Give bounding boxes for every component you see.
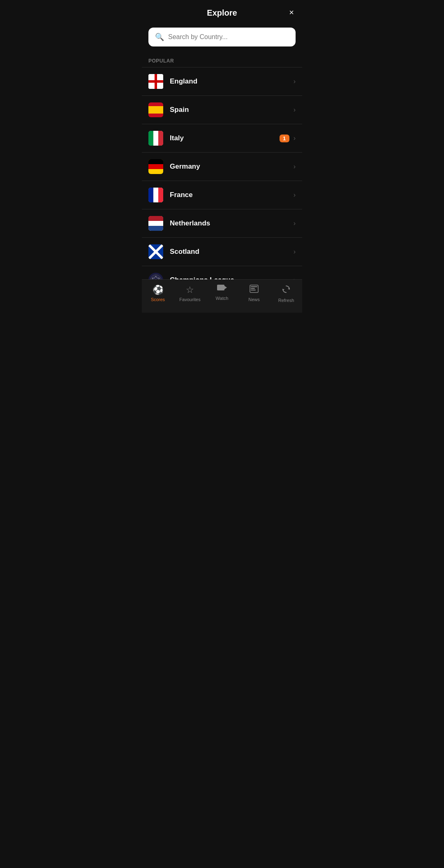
nav-label-refresh: Refresh — [278, 298, 294, 303]
svg-marker-47 — [224, 286, 227, 289]
nav-item-scores[interactable]: ⚽ Scores — [142, 283, 174, 304]
nav-label-scores: Scores — [151, 297, 165, 302]
nav-label-watch: Watch — [216, 296, 229, 301]
list-item[interactable]: France › — [142, 181, 302, 209]
nav-label-favourites: Favourites — [179, 297, 200, 302]
chevron-icon: › — [294, 220, 296, 227]
chevron-icon: › — [294, 163, 296, 170]
icon-champions-league — [148, 273, 163, 279]
svg-marker-52 — [288, 288, 289, 289]
chevron-icon: › — [294, 135, 296, 142]
search-box[interactable]: 🔍 — [148, 28, 296, 46]
flag-england — [148, 74, 163, 89]
svg-rect-51 — [251, 290, 256, 290]
svg-rect-46 — [217, 285, 224, 290]
nav-item-watch[interactable]: Watch — [206, 283, 238, 304]
flag-germany — [148, 159, 163, 174]
svg-rect-12 — [148, 159, 163, 164]
svg-rect-4 — [148, 106, 163, 114]
section-popular-label: POPULAR — [142, 53, 302, 67]
svg-rect-8 — [148, 131, 153, 146]
flag-netherlands — [148, 216, 163, 231]
watch-icon — [217, 285, 227, 294]
scores-icon: ⚽ — [153, 285, 164, 295]
nav-item-news[interactable]: News — [238, 283, 270, 304]
nav-label-news: News — [248, 297, 260, 302]
svg-rect-13 — [148, 164, 163, 169]
chevron-icon: › — [294, 248, 296, 255]
list-item[interactable]: Scotland › — [142, 237, 302, 266]
chevron-icon: › — [294, 276, 296, 279]
chevron-icon: › — [294, 78, 296, 85]
news-icon — [250, 285, 259, 295]
list-item[interactable]: England › — [142, 67, 302, 95]
item-label-england: England — [170, 77, 294, 86]
item-label-champions-league: Champions League — [170, 276, 294, 279]
list-item[interactable]: Germany › — [142, 152, 302, 181]
page-title: Explore — [207, 8, 237, 18]
list-item[interactable]: Italy 1 › — [142, 124, 302, 152]
refresh-icon — [282, 285, 291, 296]
search-container: 🔍 — [142, 24, 302, 53]
flag-france — [148, 188, 163, 202]
nav-item-favourites[interactable]: ☆ Favourites — [174, 283, 206, 304]
svg-rect-20 — [148, 216, 163, 221]
svg-rect-17 — [158, 188, 163, 202]
item-label-spain: Spain — [170, 106, 294, 114]
item-label-italy: Italy — [170, 134, 280, 142]
item-label-germany: Germany — [170, 162, 294, 171]
close-button[interactable]: × — [289, 7, 294, 17]
item-label-netherlands: Netherlands — [170, 219, 294, 227]
search-icon: 🔍 — [155, 32, 164, 42]
favourites-icon: ☆ — [186, 285, 194, 295]
svg-rect-16 — [148, 188, 153, 202]
svg-rect-9 — [158, 131, 163, 146]
flag-spain — [148, 102, 163, 117]
svg-rect-50 — [251, 288, 255, 289]
svg-marker-53 — [283, 289, 284, 291]
svg-point-27 — [155, 279, 157, 279]
flag-italy — [148, 131, 163, 146]
svg-rect-49 — [251, 286, 257, 287]
country-list: England › Spain › — [142, 67, 302, 279]
nav-item-refresh[interactable]: Refresh — [270, 283, 302, 304]
chevron-icon: › — [294, 106, 296, 114]
svg-rect-21 — [148, 226, 163, 231]
item-label-france: France — [170, 191, 294, 199]
list-item[interactable]: Spain › — [142, 95, 302, 124]
list-item[interactable]: Champions League › — [142, 266, 302, 279]
item-label-scotland: Scotland — [170, 248, 294, 256]
svg-rect-2 — [148, 80, 163, 83]
search-input[interactable] — [168, 33, 289, 41]
list-item[interactable]: Netherlands › — [142, 209, 302, 237]
header: Explore × — [142, 0, 302, 24]
flag-scotland — [148, 244, 163, 259]
bottom-nav: ⚽ Scores ☆ Favourites Watch — [142, 279, 302, 313]
chevron-icon: › — [294, 191, 296, 199]
italy-badge: 1 — [280, 135, 289, 142]
